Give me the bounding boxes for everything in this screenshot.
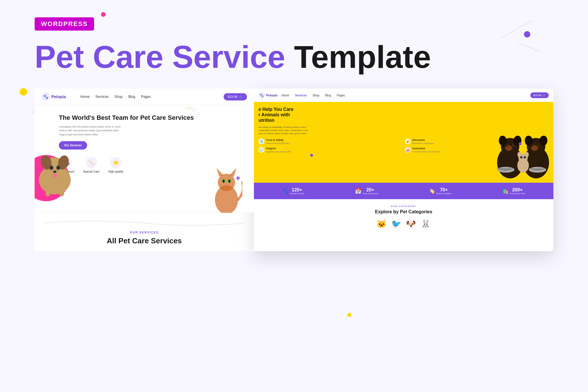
special-care-label: Special Care	[83, 170, 100, 173]
nav-pages[interactable]: Pages	[141, 95, 151, 99]
wave-deco	[42, 219, 247, 227]
stats-bar: 🐾 120+ Satisfied Clients 📅 20+ Years Exp…	[254, 183, 553, 199]
cart-price: $19.68	[228, 95, 237, 98]
all-services-title: All Pet Care Services	[42, 236, 247, 245]
left-logo: 🐾 Petopia	[42, 93, 66, 101]
trust-support-icon: 💬	[259, 147, 264, 153]
nav-services[interactable]: Services	[95, 95, 109, 99]
trust-support: 💬 Support Egestas quis ipsum velit	[259, 147, 402, 153]
left-nav: 🐾 Petopia Home Services Shop Blog Pages …	[35, 89, 254, 105]
yellow-hero-dot	[519, 142, 522, 145]
trust-discounts: 💰 Discounts Bibendum id tristique	[405, 139, 549, 145]
nav-blog[interactable]: Blog	[128, 95, 135, 99]
stat-products-label: Products for Pets	[510, 193, 525, 195]
trust-support-text: Support Egestas quis ipsum velit	[266, 147, 291, 153]
explore-category-label: OUR CATEGORY	[259, 205, 549, 208]
dog-category[interactable]: 🐶	[406, 219, 416, 229]
svg-point-16	[50, 167, 52, 169]
hero-title-black: Template	[294, 39, 431, 74]
svg-rect-20	[46, 190, 50, 196]
stat-brands-num: 70+	[436, 187, 451, 193]
right-nav-pages[interactable]: Pages	[337, 94, 345, 97]
stat-experience: 📅 20+ Years Experience	[355, 187, 378, 195]
service-special-care: 🦴 Special Care	[83, 157, 100, 173]
right-nav-home[interactable]: Home	[282, 94, 289, 97]
right-nav-blog[interactable]: Blog	[325, 94, 331, 97]
right-logo-text: Petopia	[266, 94, 278, 97]
right-cart-price: $19.68	[533, 94, 541, 97]
yellow-hero-content: e Help You Care r Animals with utrition …	[254, 102, 553, 158]
nav-home[interactable]: Home	[80, 95, 90, 99]
hero-left-content: The World's Best Team for Pet Care Servi…	[59, 114, 247, 208]
main-container: WORDPRESS Pet Care Service Template 🐾 Pe…	[0, 0, 588, 268]
right-nav: 🐾 Petopia Home Services Shop Blog Pages …	[254, 89, 553, 102]
trust-guarantee: 🚚 Guarantee Convallis tellus id interdum	[405, 147, 549, 153]
svg-point-18	[53, 171, 57, 173]
stat-products-num: 200+	[510, 187, 525, 193]
left-screenshot-main: 🐾 Petopia Home Services Shop Blog Pages …	[35, 89, 254, 213]
svg-rect-21	[59, 190, 64, 196]
trust-discounts-icon: 💰	[405, 139, 411, 144]
trust-safety-icon: 🛡️	[259, 139, 264, 144]
high-quality-icon: ⭐	[110, 157, 121, 168]
trust-guarantee-text: Guarantee Convallis tellus id interdum	[412, 147, 440, 153]
cart-icon: 🛒	[239, 95, 243, 99]
svg-point-17	[57, 167, 59, 169]
nav-shop[interactable]: Shop	[115, 95, 123, 99]
special-care-icon: 🦴	[86, 157, 97, 168]
yellow-hero-title: e Help You Care r Animals with utrition	[259, 107, 316, 123]
yellow-hero-desc: are subject to availability. Ut lartus p…	[259, 126, 310, 135]
yellow-hero-section: e Help You Care r Animals with utrition …	[254, 102, 553, 183]
pet-categories-row: 🐱 🐦 🐶 🐰	[259, 219, 549, 229]
trust-guarantee-icon: 🚚	[405, 147, 411, 153]
hero-title: Pet Care Service Template	[35, 39, 553, 74]
explore-title: Explore by Pet Categories	[259, 209, 549, 214]
right-nav-shop[interactable]: Shop	[313, 94, 319, 97]
service-high-quality: ⭐ High quality	[108, 157, 123, 173]
logo-icon: 🐾	[42, 93, 50, 101]
hero-heading: The World's Best Team for Pet Care Servi…	[59, 114, 247, 122]
stat-brands: 🏷️ 70+ Brands Available	[429, 187, 451, 195]
dog-svg	[35, 145, 81, 197]
stat-experience-num: 20+	[362, 187, 378, 193]
right-screenshot: 🐾 Petopia Home Services Shop Blog Pages …	[254, 89, 553, 251]
wordpress-badge: WORDPRESS	[35, 17, 94, 31]
stat-clients-label: Satisfied Clients	[290, 193, 304, 195]
dog-image-area	[35, 145, 81, 198]
right-cart-button[interactable]: $19.68 🛒	[530, 92, 549, 98]
stat-experience-label: Years Experience	[362, 193, 378, 195]
hero-description: Consequat nisl vel pretium lectus quam i…	[59, 125, 122, 137]
right-logo: 🐾 Petopia	[259, 92, 278, 98]
stat-brands-label: Brands Available	[436, 193, 451, 195]
trust-grid: 🛡️ Trust & Safety Velit euismod pellente…	[259, 139, 549, 153]
cat-category[interactable]: 🐱	[377, 219, 387, 229]
deco-dot-yellow2	[347, 313, 351, 317]
stat-clients-num: 120+	[290, 187, 304, 193]
trust-safety-text: Trust & Safety Velit euismod pellentes	[266, 139, 290, 145]
logo-text: Petopia	[51, 94, 66, 99]
hero-title-purple: Pet Care Service	[35, 39, 285, 74]
right-cart-icon: 🛒	[543, 94, 546, 97]
trust-safety: 🛡️ Trust & Safety Velit euismod pellente…	[259, 139, 402, 145]
yellow-hero-dot2	[310, 154, 313, 157]
screenshots-row: 🐾 Petopia Home Services Shop Blog Pages …	[35, 89, 553, 251]
trust-discounts-text: Discounts Bibendum id tristique	[412, 139, 434, 145]
bird-category[interactable]: 🐦	[391, 219, 401, 229]
rabbit-category[interactable]: 🐰	[421, 219, 431, 229]
stat-products: 🛍️ 200+ Products for Pets	[502, 187, 525, 195]
left-screenshot-bottom: OUR SERVICES All Pet Care Services	[35, 213, 254, 251]
left-screenshot: 🐾 Petopia Home Services Shop Blog Pages …	[35, 89, 254, 251]
our-services-label: OUR SERVICES	[42, 231, 247, 234]
left-nav-links: Home Services Shop Blog Pages	[80, 95, 151, 99]
explore-section: OUR CATEGORY Explore by Pet Categories 🐱…	[254, 199, 553, 234]
stat-clients: 🐾 120+ Satisfied Clients	[282, 187, 304, 195]
services-icons-row: 🐾 Vet services 🦴 Special Care ⭐ High qua…	[59, 157, 247, 173]
right-nav-services[interactable]: Services	[295, 94, 307, 97]
right-logo-icon: 🐾	[259, 92, 265, 98]
svg-point-19	[53, 174, 57, 178]
high-quality-label: High quality	[108, 170, 123, 173]
right-nav-links: Home Services Shop Blog Pages	[282, 94, 345, 97]
cart-button[interactable]: $19.68 🛒	[224, 93, 247, 100]
